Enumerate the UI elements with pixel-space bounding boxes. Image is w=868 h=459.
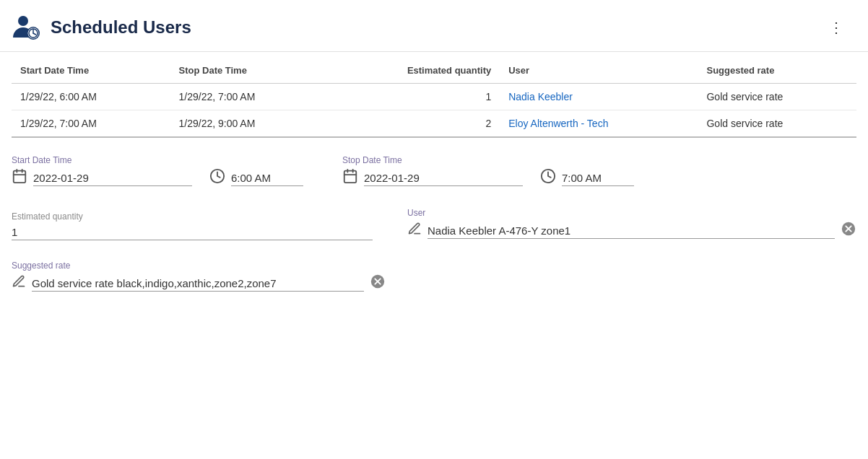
page-header: Scheduled Users ⋮	[0, 0, 868, 52]
col-estimated-quantity: Estimated quantity	[329, 58, 500, 84]
clock-icon	[209, 168, 225, 188]
start-time-input-row	[209, 168, 325, 188]
user-field: User	[407, 208, 856, 240]
cell-stop-date-time: 1/29/22, 9:00 AM	[170, 110, 329, 138]
edit-user-icon	[407, 222, 422, 240]
col-start-date-time: Start Date Time	[12, 58, 170, 84]
page-icon-wrap	[12, 12, 40, 43]
svg-rect-6	[14, 171, 26, 183]
form-section: Start Date Time	[0, 138, 868, 325]
cell-stop-date-time: 1/29/22, 7:00 AM	[170, 84, 329, 110]
start-date-input[interactable]	[33, 170, 192, 186]
user-link[interactable]: Eloy Altenwerth - Tech	[508, 118, 608, 129]
table-row[interactable]: 1/29/22, 6:00 AM 1/29/22, 7:00 AM 1 Nadi…	[12, 84, 856, 110]
start-time-input[interactable]	[231, 170, 303, 186]
col-stop-date-time: Stop Date Time	[170, 58, 329, 84]
stop-date-field: Stop Date Time	[342, 155, 523, 188]
suggested-rate-row: Suggested rate	[12, 261, 856, 293]
calendar-icon-stop	[342, 168, 358, 188]
user-label: User	[407, 208, 856, 218]
col-suggested-rate: Suggested rate	[698, 58, 856, 84]
cell-estimated-quantity: 2	[329, 110, 500, 138]
table-row[interactable]: 1/29/22, 7:00 AM 1/29/22, 9:00 AM 2 Eloy…	[12, 110, 856, 138]
stop-time-input[interactable]	[562, 170, 634, 186]
table-header-row: Start Date Time Stop Date Time Estimated…	[12, 58, 856, 84]
estimated-quantity-label: Estimated quantity	[12, 211, 373, 222]
suggested-rate-input-row	[12, 274, 386, 293]
estimated-quantity-input[interactable]	[12, 224, 373, 240]
cell-user: Eloy Altenwerth - Tech	[500, 110, 698, 138]
start-time-field	[209, 168, 325, 188]
cell-user: Nadia Keebler	[500, 84, 698, 110]
clear-user-icon[interactable]	[841, 221, 856, 240]
calendar-icon	[12, 168, 27, 188]
suggested-rate-label: Suggested rate	[12, 261, 386, 271]
user-link[interactable]: Nadia Keebler	[508, 91, 573, 102]
edit-suggested-rate-icon	[12, 274, 26, 292]
col-user: User	[500, 58, 698, 84]
svg-rect-11	[344, 171, 357, 183]
cell-suggested-rate: Gold service rate	[698, 110, 856, 138]
suggested-rate-field: Suggested rate	[12, 261, 386, 293]
estimated-quantity-field: Estimated quantity	[12, 211, 373, 240]
page-title: Scheduled Users	[51, 17, 823, 38]
stop-date-label: Stop Date Time	[342, 155, 523, 165]
suggested-rate-input[interactable]	[32, 276, 364, 292]
scheduled-users-icon	[12, 12, 40, 40]
cell-suggested-rate: Gold service rate	[698, 84, 856, 110]
start-date-label: Start Date Time	[12, 155, 192, 165]
clock-icon-stop	[540, 168, 556, 188]
quantity-user-row: Estimated quantity User	[12, 208, 856, 240]
svg-point-0	[18, 16, 28, 26]
stop-date-input-row	[342, 168, 523, 188]
user-input[interactable]	[428, 223, 835, 239]
datetime-row: Start Date Time	[12, 155, 856, 188]
more-options-icon[interactable]: ⋮	[823, 16, 851, 39]
scheduled-users-table: Start Date Time Stop Date Time Estimated…	[0, 58, 868, 138]
stop-time-field	[540, 168, 656, 188]
cell-estimated-quantity: 1	[329, 84, 500, 110]
stop-time-input-row	[540, 168, 656, 188]
clear-suggested-rate-icon[interactable]	[370, 274, 386, 293]
cell-start-date-time: 1/29/22, 6:00 AM	[12, 84, 170, 110]
start-date-field: Start Date Time	[12, 155, 192, 188]
user-input-row	[407, 221, 856, 240]
stop-date-input[interactable]	[364, 170, 523, 186]
start-date-input-row	[12, 168, 192, 188]
cell-start-date-time: 1/29/22, 7:00 AM	[12, 110, 170, 138]
